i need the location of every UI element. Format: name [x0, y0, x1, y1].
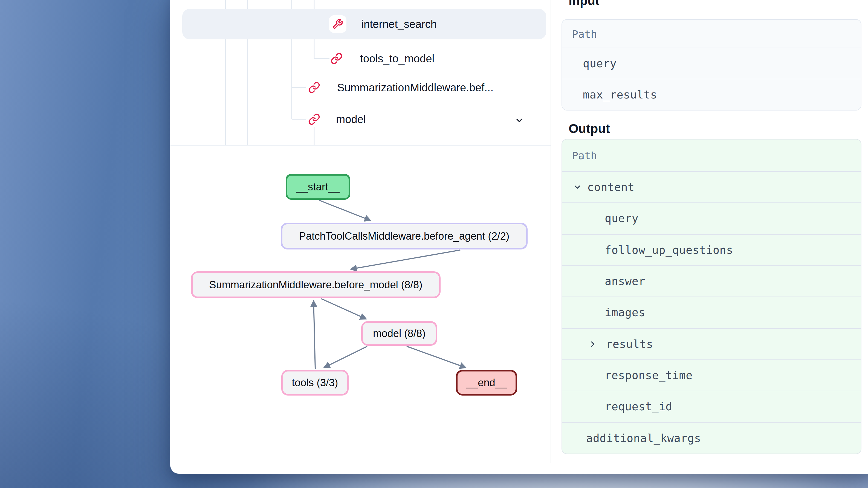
output-path-table: Path content query foll — [561, 139, 862, 454]
input-row-max-results: max_results — [562, 79, 861, 110]
edge-model-to-end — [407, 346, 466, 368]
chevron-down-icon[interactable] — [573, 183, 582, 192]
output-row-follow-up-questions: follow_up_questions — [562, 234, 861, 265]
input-path-table: Path query max_results — [561, 19, 862, 110]
output-row-content[interactable]: content — [562, 171, 861, 203]
graph-node-start[interactable]: __start__ — [286, 174, 350, 200]
output-row-request-id: request_id — [562, 391, 861, 422]
output-row-additional-kwargs: additional_kwargs — [562, 422, 861, 454]
graph-node-end[interactable]: __end__ — [456, 370, 517, 395]
edge-model-to-tools — [324, 346, 367, 368]
graph-node-patch-tool-calls-middleware[interactable]: PatchToolCallsMiddleware.before_agent (2… — [281, 223, 528, 250]
edge-summarization-to-model — [321, 299, 366, 319]
input-section-title: Input — [569, 0, 599, 8]
desktop-wallpaper: internet_search tools_to_model — [0, 0, 868, 488]
output-row-answer: answer — [562, 265, 861, 297]
edge-start-to-patch — [319, 200, 371, 221]
output-path-header: Path — [562, 139, 861, 171]
graph-node-model[interactable]: model (8/8) — [361, 321, 437, 346]
output-row-results[interactable]: results — [562, 328, 861, 359]
output-section-title: Output — [569, 122, 610, 136]
output-row-query: query — [562, 203, 861, 234]
chevron-right-icon[interactable] — [588, 340, 597, 349]
run-tree-and-graph-pane: internet_search tools_to_model — [170, 0, 551, 463]
graph-node-summarization-middleware[interactable]: SummarizationMiddleware.before_model (8/… — [191, 271, 440, 298]
output-row-images: images — [562, 297, 861, 328]
trace-viewer-window: internet_search tools_to_model — [170, 0, 868, 474]
edge-patch-to-summarization — [351, 250, 460, 269]
graph-node-tools[interactable]: tools (3/3) — [281, 370, 349, 395]
input-path-header: Path — [562, 20, 861, 47]
edge-tools-to-summarization — [314, 301, 315, 369]
input-row-query: query — [562, 47, 861, 79]
run-detail-pane: Input Path query max_results Output P — [551, 0, 868, 463]
output-row-response-time: response_time — [562, 359, 861, 391]
